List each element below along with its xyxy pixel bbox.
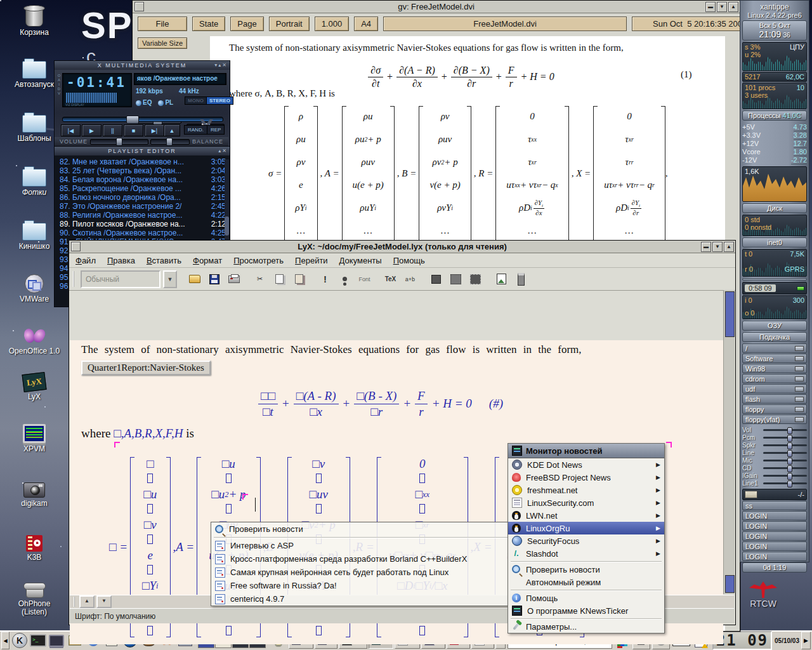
playlist-scroll-thumb[interactable] — [225, 216, 229, 235]
xmms-clutterbar[interactable]: OAIDV — [56, 74, 61, 96]
gv-file-button[interactable]: File — [138, 17, 187, 31]
lyx-scroll-bottom[interactable] — [725, 575, 735, 593]
menu-offline-mode[interactable]: Автономный режим — [508, 576, 664, 588]
fs-mount-row[interactable]: / — [742, 343, 807, 353]
feed-slashdot[interactable]: /.Slashdot▶ — [508, 547, 664, 560]
playlist-entry[interactable]: 86. Блюз ночного дворника /Ора...2:15 — [55, 193, 230, 202]
news-item[interactable]: centericq 4.9.7 — [211, 592, 514, 606]
gkrellm-mail[interactable]: -/- — [742, 489, 807, 500]
lyx-equation[interactable]: □□□t + □(A - R)□x + □(B - X)□r + Fr + H … — [257, 386, 503, 421]
xmms-volume-bar-slider[interactable] — [90, 139, 148, 145]
gkrellm-cpu-chart[interactable]: s 3%ЦПУ u 2% — [742, 42, 807, 71]
gv-minimize-button[interactable]: ▬ — [705, 2, 716, 12]
menu-format[interactable]: Формат — [193, 256, 222, 265]
gkrellm-clock[interactable]: Вск 5 Окт 21:09 36 — [742, 20, 807, 41]
gkrellm-ppp-header[interactable] — [742, 278, 807, 281]
feed-freshmeat[interactable]: freshmeat.net▶ — [508, 484, 664, 496]
kmenu-button[interactable]: K — [11, 632, 28, 649]
desktop-icon-digikam[interactable]: digikam — [6, 476, 62, 508]
xmms-play-button[interactable]: ▶ — [82, 124, 102, 136]
gkrellm-proc-chart[interactable]: 101 procs10 3 users — [742, 83, 807, 109]
save-button[interactable] — [206, 270, 223, 288]
xmms-seek-thumb[interactable] — [126, 116, 139, 124]
gv-state-button[interactable]: State — [192, 17, 225, 31]
gv-media-button[interactable]: A4 — [354, 17, 378, 31]
xmms-balance-bar-slider[interactable] — [150, 139, 190, 145]
fs-button[interactable] — [795, 387, 804, 392]
menu-preferences[interactable]: Параметры... — [508, 620, 664, 633]
xmms-pause-button[interactable]: || — [103, 124, 122, 136]
feed-kde-dot-news[interactable]: KDE Dot News▶ — [508, 458, 664, 471]
mixer-row[interactable]: Line1 — [740, 479, 809, 487]
gkrellm-disk-chart[interactable]: 0 std 0 nonstd — [742, 215, 807, 236]
menu-edit[interactable]: Правка — [107, 256, 135, 265]
fs-mount-row[interactable]: floppy(vfat) — [742, 415, 807, 424]
font-button[interactable]: Font — [356, 270, 373, 288]
fs-mount-row[interactable]: floppy — [742, 404, 807, 414]
playlist-entry[interactable]: 90. Скотина /Оранжевое настрое...4:25 — [55, 229, 230, 237]
display-settings-icon[interactable] — [48, 632, 65, 649]
gkrellm-ppp-timer[interactable]: 0:58 09 — [742, 282, 807, 295]
news-item[interactable]: Интервью с ASP — [211, 539, 514, 552]
fs-mount-row[interactable]: Software — [742, 354, 807, 363]
xmms-window-buttons[interactable]: ▾▴✕ — [214, 62, 228, 68]
menu-navigate[interactable]: Перейти — [295, 256, 328, 265]
desktop-icon-openoffice[interactable]: OpenOffice 1.0 — [0, 324, 69, 355]
playlist-entry[interactable]: 89. Пилот косяков /Оранжевое на...2:12 — [55, 220, 230, 229]
panel-expand-button[interactable]: ▶ — [801, 632, 811, 649]
emphasis-button[interactable]: ! — [317, 270, 334, 288]
desktop-icon-trash[interactable]: Корзина — [6, 5, 62, 37]
mixer-row[interactable]: Line — [740, 449, 809, 456]
lyx-maximize-button[interactable]: ▲ — [724, 242, 734, 252]
copy-button[interactable] — [271, 270, 288, 288]
submenu-check-news[interactable]: Проверить новости — [211, 522, 514, 536]
paste-button[interactable] — [291, 270, 308, 288]
xmms-main-window[interactable]: X MULTIMEDIA SYSTEM ▾▴✕ OAIDV -01:41 VIZ… — [54, 60, 230, 147]
gv-shade-button[interactable]: ▼ — [717, 2, 727, 12]
gkrellm-swap-meter[interactable]: Подкачка — [742, 332, 807, 342]
gv-maximize-button[interactable]: ▲ — [728, 2, 738, 12]
mixer-row[interactable]: Mic — [740, 456, 809, 464]
playlist-entry[interactable]: 88. Религия /Оранжевое настрое...4:22 — [55, 211, 230, 220]
gkrellm-inet-chart[interactable]: t 07,5K r 0GPRS — [742, 249, 807, 277]
desktop-icon-rtcw[interactable]: RTCW — [735, 576, 792, 608]
latex-button[interactable]: TeX — [382, 270, 399, 288]
lyx-shade-button[interactable]: ▼ — [712, 242, 723, 252]
noun-button[interactable] — [336, 270, 353, 288]
news-item[interactable]: Free software in Russia? Da! — [211, 579, 514, 592]
playlist-entry[interactable]: 84. Белая ворона /Оранжевое на...3:03 — [55, 175, 230, 184]
gv-scale-button[interactable]: 1.000 — [315, 17, 350, 31]
panel-hide-button[interactable]: ◀ — [1, 632, 10, 649]
toolbar-handle[interactable] — [73, 271, 77, 287]
lyx-window-menu-icon[interactable] — [71, 242, 81, 251]
lyx-scrollbar[interactable] — [723, 290, 735, 594]
fs-button[interactable] — [795, 346, 804, 351]
feed-lwn[interactable]: LWN.net▶ — [508, 509, 664, 522]
playlist-window-buttons[interactable]: ▴✕ — [218, 148, 228, 154]
xmms-next-button[interactable]: ▶| — [145, 124, 164, 136]
mixer-row[interactable]: IGain — [740, 472, 809, 479]
gkrellm-panel[interactable]: xantippe Linux 2.4.22-pre6 Вск 5 Окт 21:… — [740, 0, 809, 562]
gv-window-menu-icon[interactable] — [134, 2, 144, 11]
menu-file[interactable]: Файл — [75, 256, 96, 265]
playlist-entry[interactable]: 87. Это /Оранжевое настроение 2/2:45 — [55, 202, 230, 211]
desktop-icon-ohphone[interactable]: OhPhone (Listen) — [6, 576, 62, 616]
fs-mount-row[interactable]: udf — [742, 384, 807, 394]
menu-documents[interactable]: Документы — [339, 256, 382, 265]
mixer-row[interactable]: Pcm — [740, 434, 809, 441]
fs-mount-row[interactable]: Win98 — [742, 364, 807, 373]
fs-button[interactable] — [795, 376, 804, 381]
desktop-icon-k3b[interactable]: K3B — [6, 530, 62, 562]
mixer-row[interactable]: Vol — [740, 426, 809, 434]
lyx-titlebar[interactable]: LyX: ~/doc/my/FreeJetModel.lyx (только д… — [69, 241, 735, 253]
fs-button[interactable] — [795, 366, 804, 371]
lyx-minimize-button[interactable]: ▬ — [701, 242, 711, 252]
menu-view[interactable]: Просмотреть — [233, 256, 284, 265]
cut-button[interactable]: ✂ — [251, 270, 268, 288]
playlist-titlebar[interactable]: PLAYLIST EDITOR ▴✕ — [55, 147, 230, 156]
menu-about[interactable]: О программе KNewsTicker — [508, 604, 664, 617]
playlist-entry[interactable]: 83. 25 лет (Четверть века) /Оран...2:04 — [55, 166, 230, 175]
xmms-lcd-display[interactable]: -01:41 VIZ DISPLAY — [62, 73, 132, 107]
gkrellm-ram-meter[interactable]: ОЗУ — [742, 321, 807, 331]
fs-mount-row[interactable]: cdrom — [742, 374, 807, 383]
